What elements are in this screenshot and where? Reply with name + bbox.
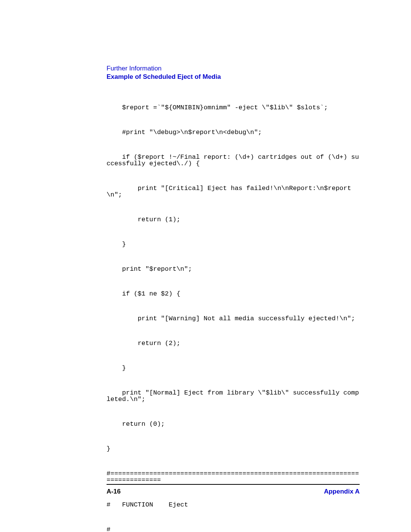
- code-line: }: [107, 446, 360, 452]
- document-page: Further Information Example of Scheduled…: [0, 0, 411, 532]
- code-line: if ($1 ne $2) {: [107, 291, 360, 297]
- section-label: Further Information: [107, 65, 360, 72]
- code-line: }: [107, 241, 360, 248]
- code-block: $report =`"${OMNIBIN}omnimm" -eject \"$l…: [107, 91, 360, 532]
- page-number: A-16: [107, 488, 121, 495]
- code-line: #print "\debug>\n$report\n<debug\n";: [107, 129, 360, 136]
- code-line: if ($report !~/Final report: (\d+) cartr…: [107, 154, 360, 167]
- code-line: return (2);: [107, 340, 360, 347]
- code-line: $report =`"${OMNIBIN}omnimm" -eject \"$l…: [107, 104, 360, 111]
- code-line: return (1);: [107, 216, 360, 223]
- footer-rule: [107, 484, 360, 485]
- code-line: return (0);: [107, 421, 360, 427]
- page-header: Further Information Example of Scheduled…: [107, 65, 360, 81]
- code-line: print "[Normal] Eject from library \"$li…: [107, 390, 360, 403]
- appendix-label: Appendix A: [324, 488, 360, 495]
- code-line: #=======================================…: [107, 470, 360, 483]
- code-line: # FUNCTION Eject: [107, 502, 360, 508]
- code-line: print "[Critical] Eject has failed!\n\nR…: [107, 185, 360, 198]
- section-title: Example of Scheduled Eject of Media: [107, 73, 360, 81]
- code-line: print "$report\n";: [107, 266, 360, 272]
- page-footer: A-16 Appendix A: [107, 488, 360, 495]
- code-line: }: [107, 365, 360, 371]
- code-line: #: [107, 526, 360, 532]
- code-line: print "[Warning] Not all media successfu…: [107, 315, 360, 322]
